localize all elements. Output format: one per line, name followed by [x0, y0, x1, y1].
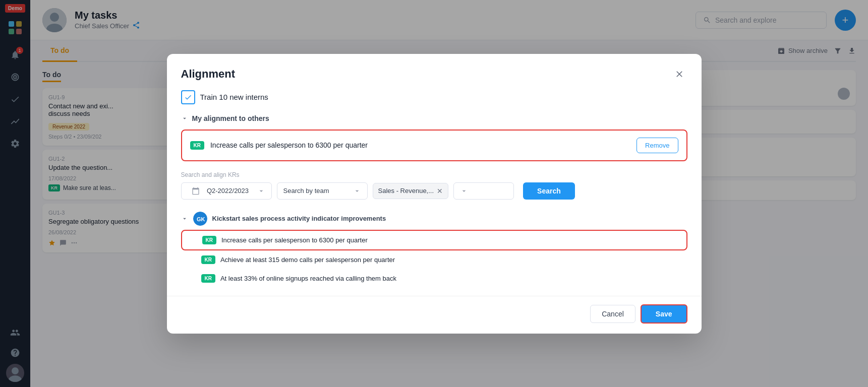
quarter-dropdown-value: Q2-2022/2023	[207, 187, 249, 195]
modal-close-button[interactable]	[671, 66, 687, 82]
results-section: GK Kickstart sales process activity indi…	[181, 208, 687, 296]
search-filters: Q2-2022/2023 Search by team Sales - Reve…	[181, 182, 687, 200]
modal-body: Train 10 new interns My alignment to oth…	[167, 90, 702, 296]
cancel-button[interactable]: Cancel	[590, 305, 635, 323]
selected-kr-badge: KR	[190, 141, 204, 150]
selected-kr-text: Increase calls per salesperson to 6300 p…	[210, 141, 636, 149]
result-kr-badge-1: KR	[202, 236, 216, 244]
team-dropdown-value: Search by team	[283, 187, 329, 195]
result-item-text-1: Increase calls per salesperson to 6300 p…	[221, 236, 368, 244]
result-item-text-3: At least 33% of online signups reached v…	[220, 275, 396, 282]
result-group-title: Kickstart sales process activity indicat…	[212, 215, 386, 222]
task-ref-label: Train 10 new interns	[200, 93, 268, 101]
result-group-header[interactable]: GK Kickstart sales process activity indi…	[181, 208, 687, 230]
search-align-label: Search and align KRs	[181, 171, 687, 178]
result-item-1[interactable]: KR Increase calls per salesperson to 630…	[181, 230, 687, 250]
tag-filter: Sales - Revenue,... ✕	[373, 183, 449, 199]
selected-kr-row: KR Increase calls per salesperson to 630…	[181, 130, 687, 161]
result-group-icon: GK	[193, 212, 207, 226]
remove-button[interactable]: Remove	[636, 138, 678, 153]
save-button[interactable]: Save	[641, 304, 687, 324]
modal-title: Alignment	[181, 68, 236, 81]
modal-overlay: Alignment Train 10 new interns My alignm…	[0, 0, 868, 387]
alignment-modal: Alignment Train 10 new interns My alignm…	[167, 54, 702, 334]
result-item-text-2: Achieve at least 315 demo calls per sale…	[220, 256, 395, 264]
alignment-section-header[interactable]: My alignment to others	[181, 114, 687, 122]
result-kr-badge-3: KR	[201, 274, 215, 283]
team-dropdown[interactable]: Search by team	[277, 182, 368, 200]
result-item-3[interactable]: KR At least 33% of online signups reache…	[181, 269, 687, 288]
task-reference: Train 10 new interns	[181, 90, 687, 104]
tag-filter-text: Sales - Revenue,...	[378, 187, 434, 195]
modal-footer: Cancel Save	[167, 296, 702, 334]
modal-header: Alignment	[167, 54, 702, 90]
result-item-2[interactable]: KR Achieve at least 315 demo calls per s…	[181, 250, 687, 269]
quarter-dropdown[interactable]: Q2-2022/2023	[181, 182, 272, 200]
extra-dropdown[interactable]	[453, 182, 514, 200]
tag-filter-close[interactable]: ✕	[437, 187, 443, 195]
search-button[interactable]: Search	[523, 182, 575, 200]
svg-text:GK: GK	[197, 216, 205, 222]
task-ref-icon	[181, 90, 195, 104]
result-kr-badge-2: KR	[201, 255, 215, 264]
